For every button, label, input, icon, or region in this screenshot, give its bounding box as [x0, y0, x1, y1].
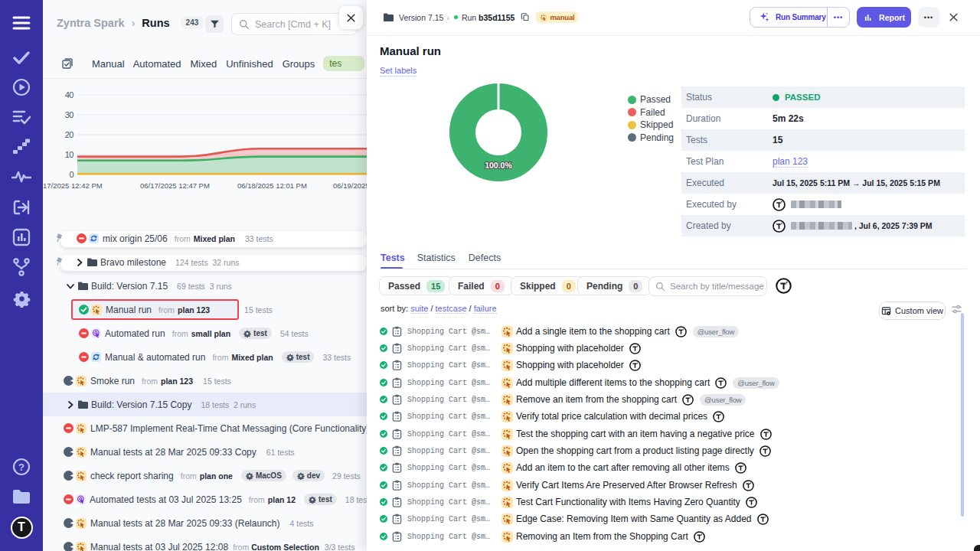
- svg-text:20: 20: [65, 130, 74, 139]
- svg-text:06/19/2025: 06/19/2025: [333, 181, 367, 190]
- svg-text:17/2025 12:42 PM: 17/2025 12:42 PM: [43, 181, 103, 190]
- svg-text:06/17/2025 12:47 PM: 06/17/2025 12:47 PM: [140, 181, 210, 190]
- svg-text:0: 0: [69, 170, 74, 179]
- svg-text:06/18/2025 12:01 PM: 06/18/2025 12:01 PM: [237, 181, 307, 190]
- svg-text:40: 40: [65, 90, 74, 99]
- svg-text:10: 10: [65, 150, 74, 159]
- svg-text:30: 30: [65, 110, 74, 119]
- svg-text:?: ?: [18, 461, 24, 473]
- svg-text:100.0%: 100.0%: [485, 161, 512, 170]
